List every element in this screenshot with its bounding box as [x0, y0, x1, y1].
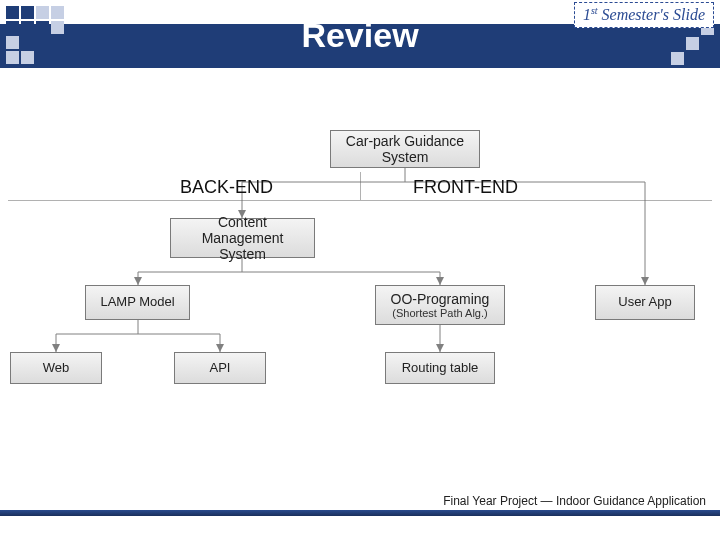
node-api-label: API: [210, 361, 231, 376]
svg-marker-16: [436, 277, 444, 285]
svg-marker-15: [134, 277, 142, 285]
node-user-label: User App: [618, 295, 671, 310]
section-label-front: FRONT-END: [413, 177, 518, 198]
svg-marker-19: [436, 344, 444, 352]
node-oo-l2: (Shortest Path Alg.): [392, 307, 487, 320]
footer-text: Final Year Project — Indoor Guidance App…: [443, 494, 706, 508]
node-oo: OO-Programing (Shortest Path Alg.): [375, 285, 505, 325]
node-cms-l2: Management System: [177, 230, 308, 262]
svg-marker-14: [641, 277, 649, 285]
section-underline: [8, 200, 712, 201]
node-routing-label: Routing table: [402, 361, 479, 376]
node-user: User App: [595, 285, 695, 320]
badge-prefix: 1: [583, 6, 591, 23]
badge-rest: Semester's Slide: [598, 6, 705, 23]
diagram-canvas: BACK-END FRONT-END Car-park Guidance Sys…: [0, 120, 720, 480]
semester-badge: 1st Semester's Slide: [574, 2, 714, 28]
footer-band: [0, 510, 720, 516]
node-lamp-label: LAMP Model: [100, 295, 174, 310]
node-root: Car-park Guidance System: [330, 130, 480, 168]
svg-marker-18: [216, 344, 224, 352]
svg-marker-17: [52, 344, 60, 352]
node-root-l2: System: [382, 149, 429, 165]
node-cms: Content Management System: [170, 218, 315, 258]
node-oo-l1: OO-Programing: [391, 291, 490, 307]
node-lamp: LAMP Model: [85, 285, 190, 320]
badge-sup: st: [591, 5, 598, 16]
node-web-label: Web: [43, 361, 70, 376]
section-label-back: BACK-END: [180, 177, 273, 198]
slide-root: Review 1st Semester's Slide: [0, 0, 720, 540]
section-divider: [360, 172, 361, 200]
node-web: Web: [10, 352, 102, 384]
node-api: API: [174, 352, 266, 384]
node-routing: Routing table: [385, 352, 495, 384]
node-root-l1: Car-park Guidance: [346, 133, 464, 149]
node-cms-l1: Content: [218, 214, 267, 230]
